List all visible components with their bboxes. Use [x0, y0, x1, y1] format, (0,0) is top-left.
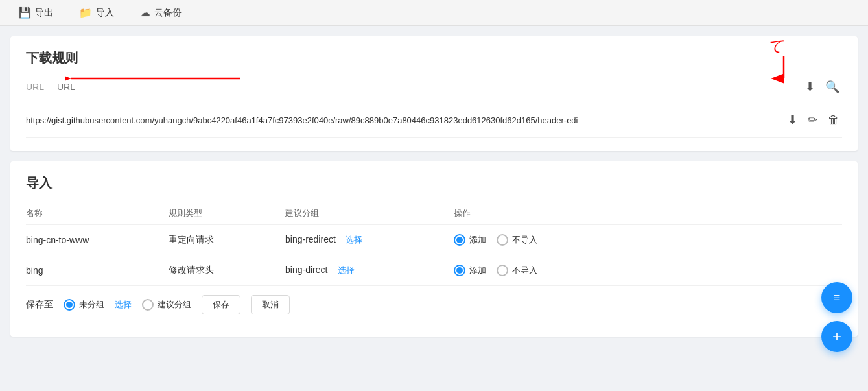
- col-header-name: 名称: [26, 207, 169, 219]
- url-row-actions: ⬇ ✏ 🗑: [785, 110, 842, 130]
- col-header-action: 操作: [454, 207, 842, 219]
- add-fab[interactable]: +: [821, 321, 852, 347]
- save-to-label: 保存至: [26, 299, 53, 311]
- row2-group-name: bing-direct: [285, 265, 327, 275]
- col-header-type: 规则类型: [169, 207, 285, 219]
- save-button[interactable]: 保存: [202, 295, 240, 314]
- url-input[interactable]: [57, 79, 797, 95]
- row2-add-radio-outer: [454, 265, 465, 276]
- row2-skip-radio-outer: [497, 265, 508, 276]
- row1-add-radio-inner: [456, 237, 463, 243]
- cloud-icon: ☁: [140, 6, 150, 19]
- url-row-delete-button[interactable]: 🗑: [825, 111, 842, 130]
- import-title: 导入: [26, 174, 842, 192]
- save-select-button[interactable]: 选择: [115, 299, 132, 311]
- save-row: 保存至 未分组 选择 建议分组 保存 取消: [26, 286, 842, 324]
- download-rules-card: 下载规则 URL ⬇ 🔍: [10, 36, 858, 151]
- row2-add-radio[interactable]: 添加: [454, 265, 486, 276]
- row2-add-label: 添加: [469, 265, 486, 276]
- row1-skip-label: 不导入: [512, 234, 537, 246]
- menu-fab[interactable]: ≡: [821, 282, 852, 313]
- row2-group: bing-direct 选择: [285, 265, 454, 276]
- export-button[interactable]: 💾 导出: [13, 4, 58, 21]
- row2-type: 修改请求头: [169, 265, 285, 276]
- row2-select-button[interactable]: 选择: [338, 265, 355, 276]
- url-list-item: https://gist.githubusercontent.com/yuhan…: [26, 102, 842, 138]
- url-label: URL: [26, 82, 52, 92]
- cloud-backup-button[interactable]: ☁ 云备份: [135, 4, 187, 21]
- import-button[interactable]: 📁 导入: [74, 4, 119, 21]
- menu-fab-icon: ≡: [834, 291, 841, 305]
- table-header: 名称 规则类型 建议分组 操作: [26, 202, 842, 225]
- row1-add-radio-outer: [454, 234, 465, 246]
- save-ungroup-radio-outer: [64, 299, 75, 311]
- url-input-container: URL ⬇ 🔍: [26, 77, 842, 102]
- save-suggest-group-radio-outer: [142, 299, 154, 311]
- fab-container: ≡ +: [821, 282, 852, 347]
- toolbar: 💾 导出 📁 导入 ☁ 云备份: [0, 0, 868, 26]
- main-content: 下载规则 URL ⬇ 🔍: [0, 26, 868, 347]
- row1-add-radio[interactable]: 添加: [454, 234, 486, 246]
- url-row-download-button[interactable]: ⬇: [785, 110, 800, 130]
- save-ungroup-radio[interactable]: 未分组: [64, 299, 104, 311]
- url-row-edit-button[interactable]: ✏: [805, 110, 820, 130]
- row2-action: 添加 不导入: [454, 265, 842, 276]
- save-ungroup-label: 未分组: [79, 299, 104, 311]
- col-header-group: 建议分组: [285, 207, 454, 219]
- row1-select-button[interactable]: 选择: [346, 234, 362, 246]
- table-row: bing-cn-to-www 重定向请求 bing-redirect 选择 添加…: [26, 225, 842, 255]
- row2-add-radio-inner: [456, 267, 463, 274]
- url-search-button[interactable]: 🔍: [823, 77, 842, 97]
- cancel-button[interactable]: 取消: [251, 295, 290, 314]
- row2-skip-label: 不导入: [512, 265, 537, 276]
- row2-name: bing: [26, 265, 169, 276]
- import-card: 导入 名称 规则类型 建议分组 操作 bing-cn-to-www 重定向请求 …: [10, 161, 858, 337]
- import-icon: 📁: [79, 6, 92, 19]
- url-input-row: URL ⬇ 🔍: [26, 77, 842, 102]
- url-text: https://gist.githubusercontent.com/yuhan…: [26, 115, 780, 125]
- add-fab-icon: +: [832, 327, 841, 346]
- save-suggest-group-label: 建议分组: [158, 299, 191, 311]
- row1-add-label: 添加: [469, 234, 486, 246]
- row1-skip-radio[interactable]: 不导入: [497, 234, 537, 246]
- import-label: 导入: [96, 7, 114, 19]
- row1-group-name: bing-redirect: [285, 234, 336, 244]
- download-rules-title: 下载规则: [26, 49, 842, 67]
- row2-skip-radio[interactable]: 不导入: [497, 265, 537, 276]
- save-suggest-group-radio[interactable]: 建议分组: [142, 299, 191, 311]
- row1-action: 添加 不导入: [454, 234, 842, 246]
- export-label: 导出: [35, 7, 53, 19]
- save-ungroup-radio-inner: [66, 302, 73, 308]
- url-input-actions: ⬇ 🔍: [803, 77, 842, 97]
- row1-name: bing-cn-to-www: [26, 235, 169, 245]
- cloud-label: 云备份: [154, 7, 182, 19]
- row1-group: bing-redirect 选择: [285, 234, 454, 246]
- url-download-button[interactable]: ⬇: [803, 77, 817, 97]
- export-icon: 💾: [18, 6, 31, 19]
- row1-skip-radio-outer: [497, 234, 508, 246]
- table-row: bing 修改请求头 bing-direct 选择 添加 不导入: [26, 255, 842, 286]
- row1-type: 重定向请求: [169, 234, 285, 246]
